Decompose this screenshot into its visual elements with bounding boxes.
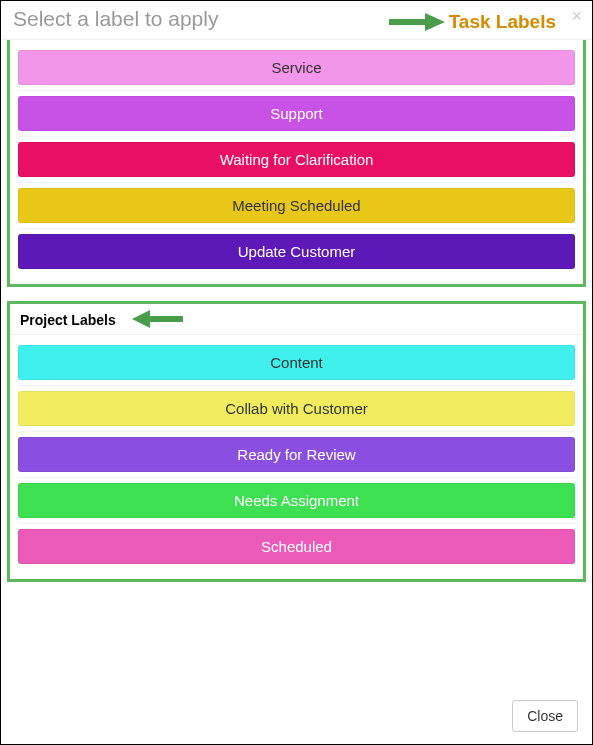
project-row: Ready for Review: [18, 431, 575, 477]
project-label-button[interactable]: Ready for Review: [18, 437, 575, 472]
task-labels-section: ServiceSupportWaiting for ClarificationM…: [7, 40, 586, 287]
project-row: Scheduled: [18, 523, 575, 569]
close-icon[interactable]: ×: [571, 7, 582, 25]
task-row: Meeting Scheduled: [18, 182, 575, 228]
close-button[interactable]: Close: [512, 700, 578, 732]
dialog-footer: Close: [512, 700, 578, 732]
project-label-button[interactable]: Collab with Customer: [18, 391, 575, 426]
task-row: Support: [18, 90, 575, 136]
project-row: Collab with Customer: [18, 385, 575, 431]
task-label-button[interactable]: Meeting Scheduled: [18, 188, 575, 223]
project-row: Content: [18, 335, 575, 385]
project-label-button[interactable]: Scheduled: [18, 529, 575, 564]
project-labels-header: Project Labels: [10, 304, 583, 335]
task-label-button[interactable]: Service: [18, 50, 575, 85]
project-labels-header-text: Project Labels: [20, 312, 116, 328]
task-row: Waiting for Clarification: [18, 136, 575, 182]
task-label-button[interactable]: Support: [18, 96, 575, 131]
annotation-project-labels: [130, 308, 185, 333]
annotation-task-labels: Task Labels: [387, 11, 556, 33]
annotation-task-labels-text: Task Labels: [449, 11, 556, 33]
project-label-button[interactable]: Needs Assignment: [18, 483, 575, 518]
arrow-left-icon: [130, 308, 185, 330]
project-label-button[interactable]: Content: [18, 345, 575, 380]
task-labels-list: ServiceSupportWaiting for ClarificationM…: [10, 40, 583, 274]
task-label-button[interactable]: Waiting for Clarification: [18, 142, 575, 177]
dialog-header: Select a label to apply × Task Labels: [1, 1, 592, 40]
dialog-title: Select a label to apply: [13, 7, 218, 30]
project-row: Needs Assignment: [18, 477, 575, 523]
project-labels-list: ContentCollab with CustomerReady for Rev…: [10, 335, 583, 569]
arrow-right-icon: [387, 11, 447, 33]
task-row: Service: [18, 40, 575, 90]
task-label-button[interactable]: Update Customer: [18, 234, 575, 269]
task-row: Update Customer: [18, 228, 575, 274]
project-labels-section: Project Labels ContentCollab with Custom…: [7, 301, 586, 582]
